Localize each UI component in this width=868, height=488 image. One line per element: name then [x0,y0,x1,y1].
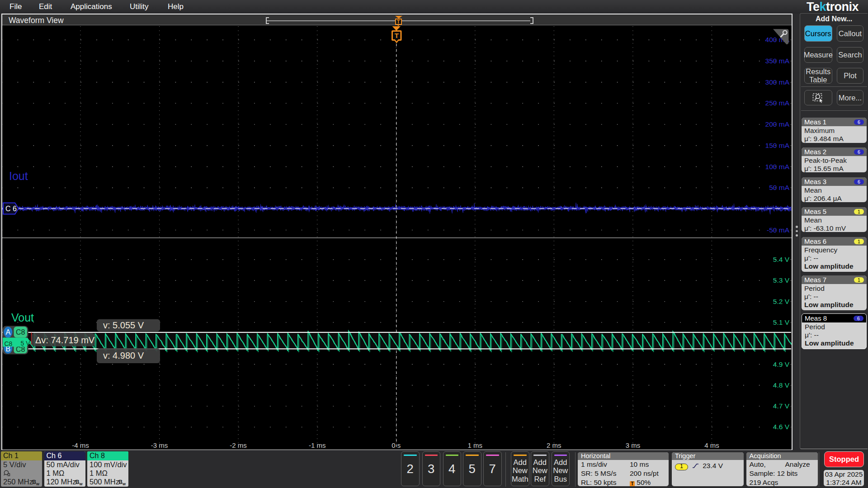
svg-text:-4 ms: -4 ms [72,441,89,449]
svg-text:v: 4.980 V: v: 4.980 V [103,351,144,360]
svg-text:Iout: Iout [9,170,28,182]
svg-text:250 mA: 250 mA [765,99,790,107]
svg-text:5.2 V: 5.2 V [773,297,790,305]
svg-text:A: A [5,328,10,336]
svg-text:100 mA: 100 mA [765,162,790,170]
svg-text:150 mA: 150 mA [765,141,790,149]
svg-text:5 V: 5 V [21,340,31,347]
svg-text:4.7 V: 4.7 V [773,402,790,410]
svg-text:5.3 V: 5.3 V [773,276,790,284]
svg-text:2 ms: 2 ms [547,441,561,449]
svg-text:v: 5.055 V: v: 5.055 V [103,320,144,330]
svg-text:C8: C8 [5,340,13,347]
svg-text:300 mA: 300 mA [765,78,790,85]
svg-text:-2 ms: -2 ms [230,441,247,449]
svg-text:5.4 V: 5.4 V [773,256,790,263]
svg-text:4.6 V: 4.6 V [773,423,790,431]
svg-text:4 ms: 4 ms [704,441,719,449]
svg-text:4.8 V: 4.8 V [773,381,790,389]
svg-text:-1 ms: -1 ms [309,441,326,449]
svg-text:-3 ms: -3 ms [151,441,168,449]
svg-text:200 mA: 200 mA [765,120,790,128]
svg-text:350 mA: 350 mA [765,57,790,65]
svg-text:1 ms: 1 ms [468,441,483,449]
svg-text:5.1 V: 5.1 V [773,318,790,326]
svg-text:Vout: Vout [11,311,34,324]
svg-text:T: T [395,32,399,39]
svg-text:Δv: 74.719 mV: Δv: 74.719 mV [35,335,95,345]
svg-text:C 6: C 6 [5,205,17,213]
svg-text:-50 mA: -50 mA [767,226,790,233]
svg-text:4.9 V: 4.9 V [773,360,790,368]
svg-text:3 ms: 3 ms [626,441,641,449]
svg-text:C8: C8 [16,328,25,336]
svg-text:50 mA: 50 mA [769,184,789,191]
